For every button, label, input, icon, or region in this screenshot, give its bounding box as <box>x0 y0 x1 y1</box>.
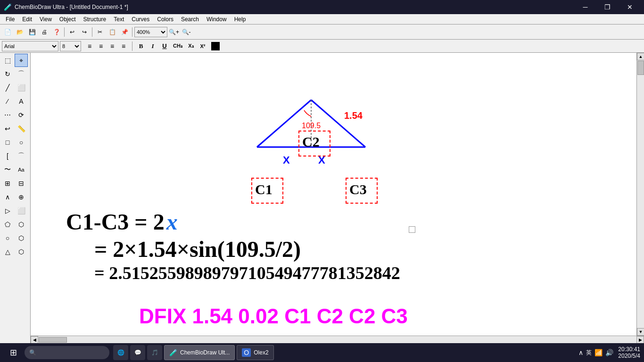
italic-button[interactable]: I <box>148 41 158 51</box>
taskbar-icon-3[interactable]: 🎵 <box>147 345 162 360</box>
arc-tool[interactable]: ⌒ <box>15 149 28 163</box>
scroll-left-arrow[interactable]: ◀ <box>31 336 38 344</box>
menu-object[interactable]: Object <box>56 14 80 25</box>
chain-tool[interactable]: ⋯ <box>1 108 14 122</box>
curve-tool[interactable]: ⌒ <box>15 67 28 81</box>
minimize-button[interactable]: ─ <box>575 0 596 14</box>
hexagon2-tool[interactable]: ⬡ <box>15 245 28 258</box>
rotate-tool[interactable]: ↻ <box>1 67 14 81</box>
hexagon-tool[interactable]: ⬡ <box>15 218 28 231</box>
wavy-tool[interactable]: 〜 <box>1 163 14 176</box>
superscript-button[interactable]: X² <box>198 41 208 51</box>
paste-button[interactable]: 📌 <box>119 26 130 38</box>
new-button[interactable]: 📄 <box>2 26 13 38</box>
start-button[interactable]: ⊞ <box>4 345 23 360</box>
zoom-in-button[interactable]: 🔍+ <box>168 26 180 38</box>
rectangle-tool[interactable]: □ <box>1 136 14 149</box>
math-line2: = 2×1.54×sin(109.5/2) <box>94 236 400 263</box>
hscroll-track[interactable] <box>38 337 636 343</box>
size-select[interactable]: 810121416 <box>60 41 81 51</box>
svg-text:109.5: 109.5 <box>302 122 321 130</box>
print-button[interactable]: 🖨 <box>39 26 50 38</box>
scroll-down-arrow[interactable]: ▼ <box>637 328 644 336</box>
peak-tool[interactable]: ∧ <box>1 190 14 204</box>
ime-icon[interactable]: 英 <box>586 349 592 357</box>
subscript-chem-button[interactable]: CH₂ <box>171 41 184 51</box>
taskbar-icon-2[interactable]: 💬 <box>130 345 145 360</box>
stamp-tool[interactable]: ⊕ <box>15 190 28 204</box>
scroll-right-arrow[interactable]: ▶ <box>636 336 644 344</box>
scroll-track[interactable] <box>637 60 644 328</box>
zoom-out-button[interactable]: 🔍- <box>181 26 192 38</box>
undo-button[interactable]: ↩ <box>66 26 78 38</box>
font-select[interactable]: Arial Times New Roman Courier <box>2 41 58 51</box>
select-tool[interactable]: ⬚ <box>1 54 14 67</box>
taskbar-olex2[interactable]: O Olex2 <box>237 345 273 360</box>
system-tray: ∧ 英 📶 🔊 20:30:41 2020/5/4 <box>578 346 640 359</box>
aa-tool[interactable]: Aa <box>15 163 28 176</box>
circle-tool[interactable]: ○ <box>1 231 14 245</box>
open-button[interactable]: 📂 <box>14 26 25 38</box>
horizontal-scrollbar[interactable]: ◀ ▶ <box>31 336 644 343</box>
bond-tool[interactable]: ∕ <box>1 95 14 108</box>
scroll-thumb[interactable] <box>637 61 644 75</box>
help-button[interactable]: ❓ <box>51 26 62 38</box>
vertical-scrollbar[interactable]: ▲ ▼ <box>636 53 644 336</box>
menu-search[interactable]: Search <box>177 14 203 25</box>
line-tool[interactable]: ╱ <box>1 81 14 94</box>
toolbar: 📄 📂 💾 🖨 ❓ ↩ ↪ ✂ 📋 📌 50% 100% 200% 400% 8… <box>0 25 644 40</box>
menu-curves[interactable]: Curves <box>128 14 153 25</box>
subscript-button[interactable]: X₂ <box>186 41 196 51</box>
menu-colors[interactable]: Colors <box>153 14 177 25</box>
lasso-tool[interactable]: ⌖ <box>15 54 28 67</box>
underline-button[interactable]: U <box>159 41 170 51</box>
ruler-tool[interactable]: 📏 <box>15 122 28 135</box>
triangle-tool[interactable]: △ <box>1 245 14 258</box>
arrow-tool[interactable]: ⟳ <box>15 108 28 122</box>
box-tool[interactable]: ⬜ <box>15 204 28 217</box>
network-icon[interactable]: 📶 <box>594 349 603 356</box>
hexring-tool[interactable]: ⬡ <box>15 231 28 245</box>
align-center-button[interactable]: ≡ <box>96 41 106 51</box>
undo-tool[interactable]: ↩ <box>1 122 14 135</box>
taskbar-search[interactable]: 🔍 <box>25 346 109 359</box>
menu-file[interactable]: File <box>2 14 18 25</box>
menu-text[interactable]: Text <box>110 14 128 25</box>
redo-button[interactable]: ↪ <box>79 26 90 38</box>
pentagon-tool[interactable]: ⬠ <box>1 218 14 231</box>
text-tool[interactable]: A <box>15 95 28 108</box>
bold-button[interactable]: B <box>136 41 146 51</box>
play-tool[interactable]: ▷ <box>1 204 14 217</box>
eraser-tool[interactable]: ⬜ <box>15 81 28 94</box>
menu-help[interactable]: Help <box>231 14 250 25</box>
bracket-tool[interactable]: [ <box>1 149 14 163</box>
tool-row-13: ⬠ ⬡ <box>1 218 29 231</box>
color-swatch[interactable] <box>211 42 220 50</box>
ellipse-tool[interactable]: ○ <box>15 136 28 149</box>
clock-area[interactable]: 20:30:41 2020/5/4 <box>618 346 640 359</box>
justify-button[interactable]: ≡ <box>118 41 129 51</box>
canvas-area[interactable]: 109.5 1.54 X X C1 C2 C3 <box>31 53 636 336</box>
volume-icon[interactable]: 🔊 <box>605 349 613 356</box>
maximize-button[interactable]: ❐ <box>597 0 618 14</box>
grid-tool[interactable]: ⊞ <box>1 177 14 190</box>
menu-edit[interactable]: Edit <box>18 14 36 25</box>
chevron-up-icon[interactable]: ∧ <box>578 349 583 356</box>
cut-button[interactable]: ✂ <box>94 26 106 38</box>
molecule-svg: 109.5 1.54 X X <box>210 72 413 180</box>
close-button[interactable]: ✕ <box>619 0 640 14</box>
save-button[interactable]: 💾 <box>26 26 38 38</box>
menu-window[interactable]: Window <box>203 14 231 25</box>
taskbar-icon-1[interactable]: 🌐 <box>113 345 128 360</box>
align-left-button[interactable]: ≡ <box>84 41 95 51</box>
separator-2 <box>92 27 92 37</box>
hscroll-thumb[interactable] <box>39 337 67 343</box>
zoom-select[interactable]: 50% 100% 200% 400% 800% <box>134 27 167 37</box>
align-right-button[interactable]: ≡ <box>107 41 117 51</box>
taskbar-chembiodraw[interactable]: 🧪 ChemBioDraw Ult... <box>164 345 235 360</box>
copy-button[interactable]: 📋 <box>107 26 118 38</box>
table-tool[interactable]: ⊟ <box>15 177 28 190</box>
menu-view[interactable]: View <box>36 14 56 25</box>
scroll-up-arrow[interactable]: ▲ <box>637 53 644 60</box>
menu-structure[interactable]: Structure <box>80 14 110 25</box>
